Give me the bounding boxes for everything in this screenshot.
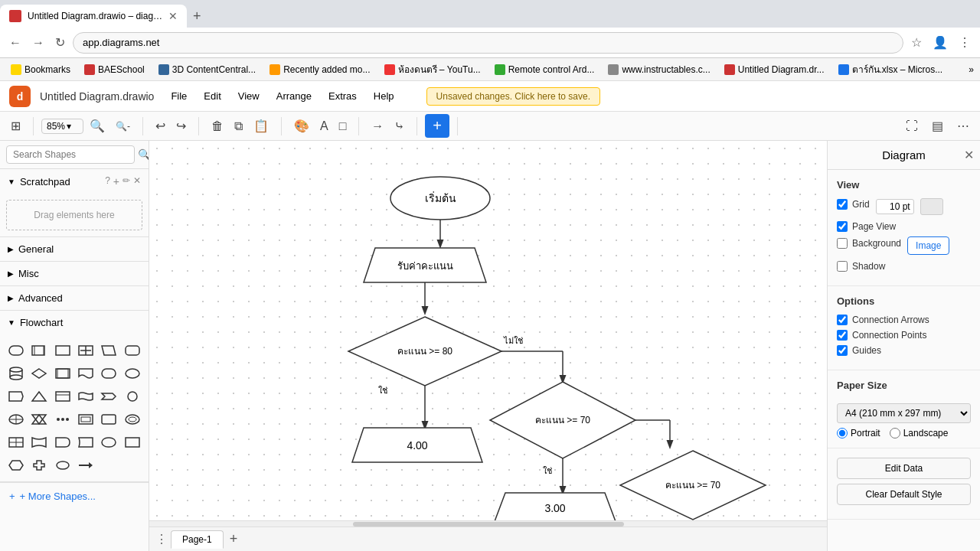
panel-toggle-button[interactable]: ▤ — [927, 116, 948, 136]
misc-header[interactable]: ▶ Misc — [0, 262, 149, 285]
browser-tab[interactable]: Untitled Diagram.drawio – diag… ✕ — [0, 5, 187, 28]
bookmark-xlsx[interactable]: ตาร์กัน.xlsx – Micros... — [834, 60, 948, 78]
menu-view[interactable]: View — [230, 87, 267, 105]
view-toggle-button[interactable]: ⊞ — [6, 116, 25, 136]
page-view-checkbox[interactable] — [837, 221, 848, 232]
redo-button[interactable]: ↪ — [172, 116, 191, 136]
shape-alternate[interactable] — [53, 386, 73, 406]
scratchpad-help-icon[interactable]: ? — [105, 175, 110, 187]
shape-term[interactable] — [6, 341, 26, 360]
shape-triangle[interactable] — [29, 386, 49, 406]
menu-arrange[interactable]: Arrange — [269, 87, 319, 105]
zoom-out-button[interactable]: 🔍- — [111, 118, 135, 135]
bookmark-recently[interactable]: Recently added mo... — [265, 63, 374, 77]
forward-button[interactable]: → — [29, 33, 47, 53]
add-page-button[interactable]: + — [227, 531, 241, 547]
shape-rounded2[interactable] — [99, 364, 119, 383]
grid-checkbox[interactable] — [837, 199, 848, 210]
flowchart-header[interactable]: ▼ Flowchart — [0, 311, 149, 334]
more-shapes-button[interactable]: + + More Shapes... — [0, 482, 149, 510]
shape-arrow3[interactable] — [76, 455, 96, 475]
shape-step[interactable] — [6, 386, 26, 406]
search-icon-button[interactable]: 🔍 — [135, 147, 149, 162]
save-notice-button[interactable]: Unsaved changes. Click here to save. — [426, 87, 600, 106]
shape-parallelogram[interactable] — [99, 341, 119, 360]
shape-diamond[interactable] — [29, 364, 49, 383]
connector-button[interactable]: → — [367, 116, 388, 136]
clear-default-style-button[interactable]: Clear Default Style — [837, 484, 971, 505]
zoom-display[interactable]: 85% ▾ — [41, 119, 83, 134]
shape-dummy[interactable] — [122, 409, 142, 429]
grid-color-swatch[interactable] — [920, 198, 943, 215]
shape-rect[interactable] — [53, 341, 73, 360]
shape-tape[interactable] — [76, 386, 96, 406]
grid-size-input[interactable] — [876, 199, 914, 214]
new-tab-button[interactable]: + — [187, 5, 207, 28]
delete-button[interactable]: 🗑 — [207, 116, 228, 136]
bookmark-3d[interactable]: 3D ContentCentral... — [154, 63, 260, 77]
connection-points-checkbox[interactable] — [837, 330, 848, 341]
format-button[interactable]: 🎨 — [289, 116, 314, 136]
bookmark-bookmarks[interactable]: Bookmarks — [6, 63, 75, 77]
shape-or[interactable] — [6, 409, 26, 429]
bookmark-remote[interactable]: Remote control Ard... — [490, 63, 599, 77]
tab-close-icon[interactable]: ✕ — [168, 10, 178, 22]
shape-rounded[interactable] — [122, 341, 142, 360]
back-button[interactable]: ← — [6, 33, 24, 53]
search-shapes-input[interactable] — [6, 145, 135, 164]
profile-button[interactable]: 👤 — [929, 32, 951, 53]
shape-delay[interactable] — [53, 432, 73, 452]
shape-box[interactable] — [76, 409, 96, 429]
shape-hexagon[interactable] — [6, 455, 26, 475]
shape-cross[interactable] — [76, 341, 96, 360]
bookmark-star-icon[interactable]: ☆ — [908, 32, 925, 53]
paper-size-select[interactable]: A4 (210 mm x 297 mm) A3 (297 mm x 420 mm… — [837, 403, 971, 423]
page-tab-1[interactable]: Page-1 — [171, 530, 224, 549]
address-bar[interactable] — [73, 32, 903, 54]
shape-process[interactable] — [29, 341, 49, 360]
shape-cornered[interactable] — [99, 409, 119, 429]
guides-checkbox[interactable] — [837, 345, 848, 356]
scratchpad-edit-icon[interactable]: ✏ — [122, 175, 130, 187]
insert-button[interactable]: + — [425, 114, 449, 138]
shape-document[interactable] — [76, 364, 96, 383]
undo-button[interactable]: ↩ — [151, 116, 170, 136]
portrait-radio[interactable] — [837, 428, 848, 439]
more-options-button[interactable]: ⋯ — [952, 116, 974, 136]
shape-stored[interactable] — [76, 432, 96, 452]
general-header[interactable]: ▶ General — [0, 237, 149, 261]
shape-curve[interactable] — [29, 432, 49, 452]
background-checkbox[interactable] — [837, 238, 848, 249]
shape-cylinder[interactable] — [6, 364, 26, 383]
menu-extras[interactable]: Extras — [321, 87, 364, 105]
shape-dots[interactable] — [53, 409, 73, 429]
menu-help[interactable]: Help — [366, 87, 402, 105]
bookmarks-more[interactable]: » — [969, 64, 974, 75]
refresh-button[interactable]: ↻ — [52, 32, 68, 53]
menu-button[interactable]: ⋮ — [956, 32, 974, 53]
paste-button[interactable]: 📋 — [249, 116, 273, 136]
shape-rounded3[interactable] — [99, 432, 119, 452]
image-button[interactable]: Image — [907, 236, 949, 255]
shadow-checkbox[interactable] — [837, 261, 848, 272]
menu-file[interactable]: File — [163, 87, 194, 105]
menu-edit[interactable]: Edit — [196, 87, 228, 105]
bookmark-youtube[interactable]: ห้องดนตรี – YouTu... — [380, 60, 485, 78]
page-options-button[interactable]: ⋮ — [155, 532, 168, 546]
shape-button[interactable]: □ — [335, 116, 351, 136]
shape-plus[interactable] — [6, 432, 26, 452]
waypoint-button[interactable]: ⤷ — [390, 116, 409, 136]
horizontal-scrollbar[interactable] — [149, 520, 827, 527]
copy-button[interactable]: ⧉ — [230, 116, 247, 136]
landscape-radio[interactable] — [890, 428, 900, 439]
shape-ellipse[interactable] — [122, 364, 142, 383]
scratchpad-header[interactable]: ▼ Scratchpad ? + ✏ ✕ — [0, 169, 149, 194]
zoom-in-button[interactable]: 🔍 — [85, 116, 109, 136]
shape-circle[interactable] — [122, 386, 142, 406]
panel-close-button[interactable]: ✕ — [964, 148, 974, 162]
shape-cross2[interactable] — [29, 455, 49, 475]
shape-oval[interactable] — [53, 455, 73, 475]
fullscreen-button[interactable]: ⛶ — [901, 116, 923, 136]
edit-data-button[interactable]: Edit Data — [837, 458, 971, 479]
bookmark-instructables[interactable]: www.instructables.c... — [603, 63, 714, 77]
